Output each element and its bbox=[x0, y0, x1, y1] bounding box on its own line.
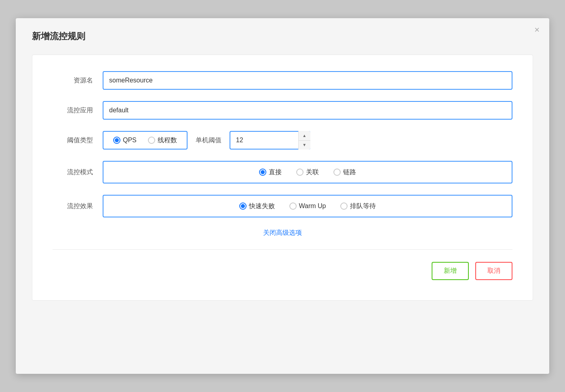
resource-name-label: 资源名 bbox=[53, 76, 93, 85]
radio-qps[interactable]: QPS bbox=[113, 137, 137, 144]
threshold-type-radio-group: QPS 线程数 bbox=[103, 131, 188, 150]
radio-warm-up[interactable]: Warm Up bbox=[289, 202, 326, 210]
flow-effect-row: 流控效果 快速失败 Warm Up 排队等待 bbox=[53, 195, 512, 217]
radio-direct-label: 直接 bbox=[269, 168, 282, 177]
single-threshold-wrapper: ▲ ▼ bbox=[230, 131, 310, 150]
app-row: 流控应用 bbox=[53, 101, 512, 120]
radio-queue-circle bbox=[340, 202, 348, 210]
radio-chain[interactable]: 链路 bbox=[333, 168, 356, 177]
threshold-type-content: QPS 线程数 单机阈值 ▲ ▼ bbox=[103, 131, 512, 150]
radio-chain-circle bbox=[333, 169, 341, 176]
radio-qps-circle bbox=[113, 137, 120, 144]
advanced-link[interactable]: 关闭高级选项 bbox=[263, 229, 302, 236]
flow-effect-label: 流控效果 bbox=[53, 202, 93, 211]
radio-fast-fail[interactable]: 快速失败 bbox=[239, 202, 275, 211]
spinner-up[interactable]: ▲ bbox=[299, 131, 310, 141]
single-threshold-label: 单机阈值 bbox=[196, 136, 221, 145]
app-label: 流控应用 bbox=[53, 106, 93, 115]
advanced-link-container: 关闭高级选项 bbox=[53, 229, 512, 237]
modal-dialog: 新增流控规则 × 资源名 流控应用 阈值类型 QPS bbox=[16, 18, 549, 374]
radio-associated-circle bbox=[296, 169, 304, 176]
resource-name-input[interactable] bbox=[103, 71, 512, 90]
radio-chain-label: 链路 bbox=[343, 168, 356, 177]
add-button[interactable]: 新增 bbox=[432, 262, 469, 280]
radio-queue[interactable]: 排队等待 bbox=[340, 202, 376, 211]
cancel-button[interactable]: 取消 bbox=[475, 262, 512, 280]
radio-direct-circle bbox=[259, 169, 266, 176]
flow-mode-radio-group: 直接 关联 链路 bbox=[103, 161, 512, 183]
radio-associated-label: 关联 bbox=[306, 168, 319, 177]
threshold-type-label: 阈值类型 bbox=[53, 136, 93, 145]
radio-threads-label: 线程数 bbox=[158, 136, 177, 145]
radio-qps-label: QPS bbox=[123, 137, 137, 144]
resource-name-row: 资源名 bbox=[53, 71, 512, 90]
spinner-down[interactable]: ▼ bbox=[299, 141, 310, 150]
app-input[interactable] bbox=[103, 101, 512, 120]
flow-mode-label: 流控模式 bbox=[53, 168, 93, 177]
divider bbox=[53, 249, 512, 250]
radio-fast-fail-circle bbox=[239, 202, 247, 210]
footer-buttons: 新增 取消 bbox=[53, 262, 512, 284]
close-button[interactable]: × bbox=[534, 25, 540, 34]
radio-associated[interactable]: 关联 bbox=[296, 168, 319, 177]
modal-title: 新增流控规则 bbox=[32, 30, 533, 42]
radio-threads-circle bbox=[148, 137, 155, 144]
radio-warm-up-label: Warm Up bbox=[299, 202, 326, 210]
radio-fast-fail-label: 快速失败 bbox=[249, 202, 275, 211]
number-spinners: ▲ ▼ bbox=[298, 131, 310, 150]
form-container: 资源名 流控应用 阈值类型 QPS bbox=[32, 55, 533, 301]
radio-direct[interactable]: 直接 bbox=[259, 168, 282, 177]
radio-warm-up-circle bbox=[289, 202, 297, 210]
modal-overlay: 新增流控规则 × 资源名 流控应用 阈值类型 QPS bbox=[0, 0, 565, 392]
flow-mode-row: 流控模式 直接 关联 链路 bbox=[53, 161, 512, 183]
radio-threads[interactable]: 线程数 bbox=[148, 136, 177, 145]
flow-effect-radio-group: 快速失败 Warm Up 排队等待 bbox=[103, 195, 512, 217]
radio-queue-label: 排队等待 bbox=[350, 202, 376, 211]
threshold-type-row: 阈值类型 QPS 线程数 单机阈值 bbox=[53, 131, 512, 150]
